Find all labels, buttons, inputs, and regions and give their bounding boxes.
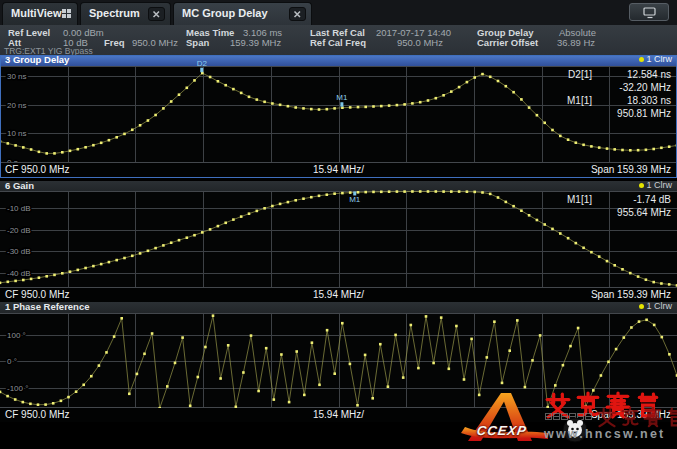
svg-text:-10 dB: -10 dB	[7, 204, 31, 213]
marker-readout: M1[1]-1.74 dB955.64 MHz	[512, 193, 671, 219]
x-axis-bar: CF 950.0 MHz 15.94 MHz/ Span 159.39 MHz	[0, 163, 677, 178]
group-delay-title-bar[interactable]: 3 Group Delay 1 Clrw	[0, 55, 677, 66]
tab-bar: MultiView Spectrum MC Group Delay	[0, 0, 677, 25]
trace-legend-label: 1 Clrw	[646, 180, 672, 190]
trace-legend: 1 Clrw	[639, 54, 672, 64]
svg-text:0 °: 0 °	[7, 357, 17, 366]
span-label: Span 159.39 MHz	[591, 409, 671, 420]
tab-multiview-label: MultiView	[11, 7, 62, 19]
phase-chart[interactable]: 100 °0 °-100 °	[0, 313, 677, 408]
tab-mc-group-delay-label: MC Group Delay	[182, 7, 268, 19]
tab-spectrum[interactable]: Spectrum	[80, 2, 171, 25]
analyzer-screen: MultiView Spectrum MC Group Delay Ref Le…	[0, 0, 677, 449]
svg-text:D2: D2	[197, 59, 208, 68]
settings-header: Ref Level0.00 dBmAtt10 dBFreq950.0 MHzTR…	[0, 25, 677, 55]
display-icon	[643, 7, 657, 19]
svg-text:-100 °: -100 °	[7, 384, 28, 393]
marker-readout-row: 950.81 MHz	[512, 107, 671, 120]
svg-text:-40 dB: -40 dB	[7, 269, 31, 278]
freq-value: 950.0 MHz	[132, 37, 178, 48]
span-label: Span 159.39 MHz	[591, 289, 671, 300]
trace-legend: 1 Clrw	[639, 301, 672, 311]
marker-readout-row: 955.64 MHz	[512, 206, 671, 219]
x-axis-bar: CF 950.0 MHz 15.94 MHz/ Span 159.39 MHz	[0, 288, 677, 302]
per-div-label: 15.94 MHz/	[0, 164, 677, 175]
trace-legend: 1 Clrw	[639, 180, 672, 190]
multiview-grid-icon	[62, 8, 71, 20]
svg-text:100 °: 100 °	[7, 331, 26, 340]
panel-group-delay: 3 Group Delay 1 Clrw 30 ns20 ns10 ns0 sD…	[0, 55, 677, 178]
svg-text:M1: M1	[336, 93, 348, 102]
panel-title: 6 Gain	[5, 180, 34, 191]
carrier-offset-label: Carrier Offset	[477, 37, 538, 48]
panel-gain: 6 Gain 1 Clrw -10 dB-20 dB-30 dB-40 dBM1…	[0, 181, 677, 302]
tab-close-icon[interactable]	[289, 7, 306, 21]
carrier-offset-value: 36.89 Hz	[557, 37, 595, 48]
per-div-label: 15.94 MHz/	[0, 289, 677, 300]
watermark-brand-text: CCEXP	[476, 423, 528, 438]
trace1-dot-icon	[639, 304, 644, 309]
freq-label: Freq	[104, 37, 125, 48]
ref-cal-freq-label: Ref Cal Freq	[310, 37, 366, 48]
svg-text:-30 dB: -30 dB	[7, 247, 31, 256]
ref-cal-freq-value: 950.0 MHz	[397, 37, 443, 48]
tab-close-icon[interactable]	[148, 7, 165, 21]
tab-spectrum-label: Spectrum	[89, 7, 140, 19]
span-label: Span 159.39 MHz	[591, 164, 671, 175]
x-axis-bar: CF 950.0 MHz 15.94 MHz/ Span 159.39 MHz	[0, 408, 677, 422]
tab-mc-group-delay[interactable]: MC Group Delay	[173, 2, 312, 25]
trace-legend-label: 1 Clrw	[646, 301, 672, 311]
watermark-url-text: www.hncsw.net	[544, 427, 665, 441]
per-div-label: 15.94 MHz/	[0, 409, 677, 420]
span-value: 159.39 MHz	[230, 37, 281, 48]
svg-text:20 ns: 20 ns	[7, 101, 27, 110]
trace1-dot-icon	[639, 183, 644, 188]
marker-readout: D2[1]12.584 ns-32.20 MHzM1[1]18.303 ns95…	[512, 68, 671, 120]
svg-text:30 ns: 30 ns	[7, 72, 27, 81]
svg-text:10 ns: 10 ns	[7, 129, 27, 138]
marker-readout-row: -32.20 MHz	[512, 81, 671, 94]
panel-title: 1 Phase Reference	[5, 301, 90, 312]
panel-phase-reference: 1 Phase Reference 1 Clrw 100 °0 °-100 ° …	[0, 302, 677, 422]
span-label: Span	[186, 37, 209, 48]
svg-text:M1: M1	[349, 195, 361, 204]
marker-readout-row: M1[1]-1.74 dB	[512, 193, 671, 206]
trace-legend-label: 1 Clrw	[646, 54, 672, 64]
trace1-dot-icon	[639, 57, 644, 62]
svg-text:-20 dB: -20 dB	[7, 226, 31, 235]
marker-readout-row: M1[1]18.303 ns	[512, 94, 671, 107]
gain-title-bar[interactable]: 6 Gain 1 Clrw	[0, 181, 677, 191]
panel-title: 3 Group Delay	[5, 54, 69, 65]
display-menu-button[interactable]	[629, 3, 669, 21]
marker-readout-row: D2[1]12.584 ns	[512, 68, 671, 81]
phase-title-bar[interactable]: 1 Phase Reference 1 Clrw	[0, 302, 677, 313]
tab-multiview[interactable]: MultiView	[2, 2, 78, 25]
